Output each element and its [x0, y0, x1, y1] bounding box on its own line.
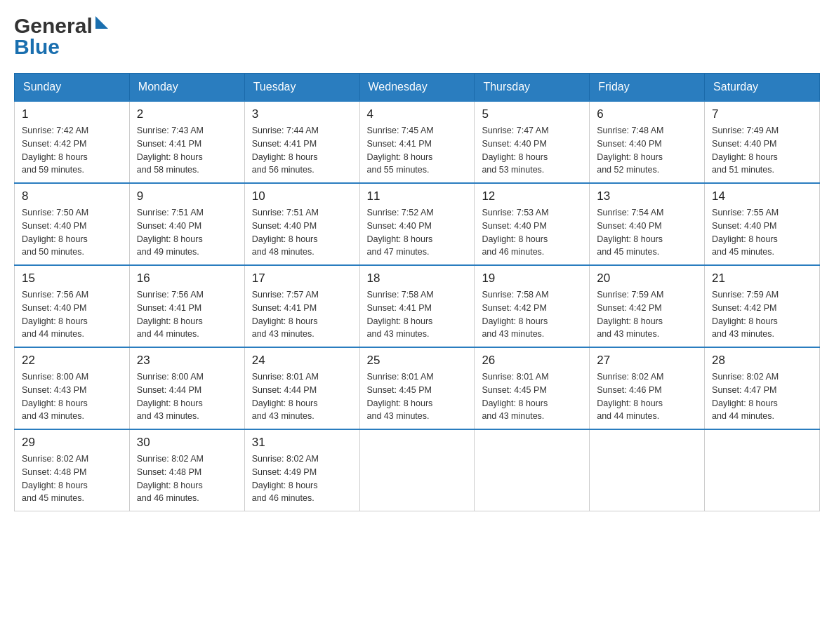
calendar-day-cell: 12Sunrise: 7:53 AMSunset: 4:40 PMDayligh…: [475, 183, 590, 265]
day-info: Sunrise: 7:58 AMSunset: 4:41 PMDaylight:…: [367, 288, 468, 341]
day-number: 23: [137, 354, 237, 368]
day-number: 1: [22, 107, 122, 121]
calendar-week-row: 15Sunrise: 7:56 AMSunset: 4:40 PMDayligh…: [15, 265, 820, 347]
calendar-day-cell: 9Sunrise: 7:51 AMSunset: 4:40 PMDaylight…: [129, 183, 244, 265]
day-number: 21: [712, 271, 812, 286]
calendar-day-header-wednesday: Wednesday: [359, 74, 475, 102]
day-info: Sunrise: 8:01 AMSunset: 4:44 PMDaylight:…: [252, 370, 352, 423]
day-info: Sunrise: 7:52 AMSunset: 4:40 PMDaylight:…: [367, 206, 468, 259]
calendar-day-cell: 31Sunrise: 8:02 AMSunset: 4:49 PMDayligh…: [244, 429, 359, 511]
day-info: Sunrise: 7:56 AMSunset: 4:40 PMDaylight:…: [22, 288, 122, 341]
day-number: 29: [22, 436, 122, 450]
day-info: Sunrise: 7:47 AMSunset: 4:40 PMDaylight:…: [482, 124, 582, 177]
day-info: Sunrise: 8:02 AMSunset: 4:48 PMDaylight:…: [137, 452, 237, 505]
day-info: Sunrise: 8:02 AMSunset: 4:46 PMDaylight:…: [597, 370, 697, 423]
calendar-day-cell: 22Sunrise: 8:00 AMSunset: 4:43 PMDayligh…: [15, 347, 130, 429]
calendar-week-row: 8Sunrise: 7:50 AMSunset: 4:40 PMDaylight…: [15, 183, 820, 265]
day-info: Sunrise: 7:50 AMSunset: 4:40 PMDaylight:…: [22, 206, 122, 259]
calendar-day-cell: 28Sunrise: 8:02 AMSunset: 4:47 PMDayligh…: [705, 347, 820, 429]
calendar-day-cell: 30Sunrise: 8:02 AMSunset: 4:48 PMDayligh…: [129, 429, 244, 511]
day-number: 18: [367, 271, 468, 286]
calendar-day-cell: 16Sunrise: 7:56 AMSunset: 4:41 PMDayligh…: [129, 265, 244, 347]
day-info: Sunrise: 7:56 AMSunset: 4:41 PMDaylight:…: [137, 288, 237, 341]
calendar-day-cell: 2Sunrise: 7:43 AMSunset: 4:41 PMDaylight…: [129, 101, 244, 183]
day-info: Sunrise: 7:44 AMSunset: 4:41 PMDaylight:…: [252, 124, 352, 177]
calendar-empty-cell: [590, 429, 705, 511]
day-number: 24: [252, 354, 352, 368]
calendar-day-cell: 15Sunrise: 7:56 AMSunset: 4:40 PMDayligh…: [15, 265, 130, 347]
day-number: 15: [22, 271, 122, 286]
calendar-empty-cell: [359, 429, 475, 511]
day-number: 31: [252, 436, 352, 450]
calendar-header-row: SundayMondayTuesdayWednesdayThursdayFrid…: [15, 74, 820, 102]
calendar-day-cell: 23Sunrise: 8:00 AMSunset: 4:44 PMDayligh…: [129, 347, 244, 429]
day-number: 6: [597, 107, 697, 121]
calendar-day-cell: 29Sunrise: 8:02 AMSunset: 4:48 PMDayligh…: [15, 429, 130, 511]
calendar-day-header-tuesday: Tuesday: [244, 74, 359, 102]
day-number: 8: [22, 189, 122, 203]
calendar-day-cell: 6Sunrise: 7:48 AMSunset: 4:40 PMDaylight…: [590, 101, 705, 183]
calendar-day-cell: 11Sunrise: 7:52 AMSunset: 4:40 PMDayligh…: [359, 183, 475, 265]
calendar-day-cell: 19Sunrise: 7:58 AMSunset: 4:42 PMDayligh…: [475, 265, 590, 347]
day-number: 10: [252, 189, 352, 203]
calendar-day-cell: 1Sunrise: 7:42 AMSunset: 4:42 PMDaylight…: [15, 101, 130, 183]
logo-general-text: General: [14, 14, 93, 38]
day-number: 12: [482, 189, 582, 203]
calendar-day-cell: 18Sunrise: 7:58 AMSunset: 4:41 PMDayligh…: [359, 265, 475, 347]
day-number: 16: [137, 271, 237, 286]
day-info: Sunrise: 7:48 AMSunset: 4:40 PMDaylight:…: [597, 124, 697, 177]
calendar-day-cell: 27Sunrise: 8:02 AMSunset: 4:46 PMDayligh…: [590, 347, 705, 429]
calendar-week-row: 29Sunrise: 8:02 AMSunset: 4:48 PMDayligh…: [15, 429, 820, 511]
day-number: 4: [367, 107, 468, 121]
day-number: 11: [367, 189, 468, 203]
calendar-day-cell: 7Sunrise: 7:49 AMSunset: 4:40 PMDaylight…: [705, 101, 820, 183]
day-info: Sunrise: 7:51 AMSunset: 4:40 PMDaylight:…: [252, 206, 352, 259]
day-info: Sunrise: 7:54 AMSunset: 4:40 PMDaylight:…: [597, 206, 697, 259]
calendar-empty-cell: [705, 429, 820, 511]
calendar-day-header-saturday: Saturday: [705, 74, 820, 102]
day-info: Sunrise: 8:02 AMSunset: 4:48 PMDaylight:…: [22, 452, 122, 505]
calendar-day-header-monday: Monday: [129, 74, 244, 102]
calendar-day-cell: 25Sunrise: 8:01 AMSunset: 4:45 PMDayligh…: [359, 347, 475, 429]
day-info: Sunrise: 7:55 AMSunset: 4:40 PMDaylight:…: [712, 206, 812, 259]
calendar-empty-cell: [475, 429, 590, 511]
calendar-day-cell: 26Sunrise: 8:01 AMSunset: 4:45 PMDayligh…: [475, 347, 590, 429]
day-info: Sunrise: 7:53 AMSunset: 4:40 PMDaylight:…: [482, 206, 582, 259]
day-number: 5: [482, 107, 582, 121]
calendar-day-cell: 5Sunrise: 7:47 AMSunset: 4:40 PMDaylight…: [475, 101, 590, 183]
calendar-day-cell: 17Sunrise: 7:57 AMSunset: 4:41 PMDayligh…: [244, 265, 359, 347]
day-number: 2: [137, 107, 237, 121]
day-info: Sunrise: 8:02 AMSunset: 4:47 PMDaylight:…: [712, 370, 812, 423]
day-number: 27: [597, 354, 697, 368]
logo-wrapper: General: [14, 14, 108, 38]
page-header: General Blue: [14, 14, 820, 59]
day-info: Sunrise: 7:45 AMSunset: 4:41 PMDaylight:…: [367, 124, 468, 177]
day-number: 9: [137, 189, 237, 203]
calendar-table: SundayMondayTuesdayWednesdayThursdayFrid…: [14, 73, 820, 511]
day-number: 14: [712, 189, 812, 203]
day-number: 7: [712, 107, 812, 121]
day-info: Sunrise: 7:57 AMSunset: 4:41 PMDaylight:…: [252, 288, 352, 341]
day-info: Sunrise: 8:01 AMSunset: 4:45 PMDaylight:…: [482, 370, 582, 423]
day-info: Sunrise: 7:42 AMSunset: 4:42 PMDaylight:…: [22, 124, 122, 177]
calendar-day-cell: 24Sunrise: 8:01 AMSunset: 4:44 PMDayligh…: [244, 347, 359, 429]
day-info: Sunrise: 7:59 AMSunset: 4:42 PMDaylight:…: [712, 288, 812, 341]
calendar-week-row: 1Sunrise: 7:42 AMSunset: 4:42 PMDaylight…: [15, 101, 820, 183]
calendar-day-header-thursday: Thursday: [475, 74, 590, 102]
day-number: 25: [367, 354, 468, 368]
day-info: Sunrise: 8:02 AMSunset: 4:49 PMDaylight:…: [252, 452, 352, 505]
logo-area: General Blue: [14, 14, 108, 59]
calendar-day-cell: 21Sunrise: 7:59 AMSunset: 4:42 PMDayligh…: [705, 265, 820, 347]
logo-blue-text: Blue: [14, 35, 60, 59]
day-info: Sunrise: 7:49 AMSunset: 4:40 PMDaylight:…: [712, 124, 812, 177]
calendar-day-cell: 10Sunrise: 7:51 AMSunset: 4:40 PMDayligh…: [244, 183, 359, 265]
day-number: 28: [712, 354, 812, 368]
day-number: 13: [597, 189, 697, 203]
day-number: 20: [597, 271, 697, 286]
day-info: Sunrise: 7:58 AMSunset: 4:42 PMDaylight:…: [482, 288, 582, 341]
day-info: Sunrise: 7:43 AMSunset: 4:41 PMDaylight:…: [137, 124, 237, 177]
day-number: 17: [252, 271, 352, 286]
day-number: 19: [482, 271, 582, 286]
day-number: 30: [137, 436, 237, 450]
day-info: Sunrise: 8:00 AMSunset: 4:44 PMDaylight:…: [137, 370, 237, 423]
